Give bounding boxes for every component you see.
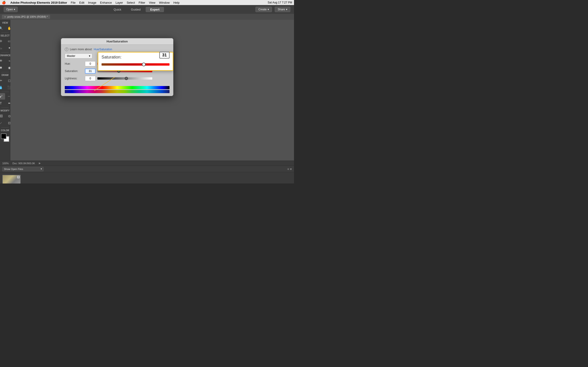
channel-value: Master [67, 54, 75, 58]
color-swatches [1, 133, 9, 142]
smart-brush-tool[interactable]: 🖌 [0, 93, 5, 100]
color-bar-result [65, 90, 170, 93]
sat-tooltip-value[interactable]: 31 [159, 52, 170, 58]
text-tool[interactable]: T [0, 100, 5, 106]
menu-layer[interactable]: Layer [115, 1, 123, 4]
photo-bin-list-view[interactable]: ≡ [287, 167, 289, 171]
lightness-slider-thumb[interactable] [125, 77, 128, 80]
menu-edit[interactable]: Edit [79, 1, 84, 4]
create-label: Create [258, 8, 267, 11]
divider-1 [1, 33, 9, 33]
draw-section-label: DRAW [1, 73, 10, 77]
sat-tooltip-track[interactable] [102, 63, 170, 66]
open-label: Open [6, 8, 13, 11]
status-arrow[interactable]: ▶ [39, 162, 41, 165]
mode-tab-quick[interactable]: Quick [109, 7, 126, 12]
straighten-tool[interactable]: ⟋ [0, 120, 5, 126]
tab-close-icon[interactable]: ✕ [4, 16, 6, 18]
enhance-section-label: ENHANCE [0, 54, 12, 57]
help-link[interactable]: Hue/Saturation [94, 48, 112, 51]
dialog-overlay: Hue/Saturation OK ? Learn more about: Hu… [10, 20, 294, 161]
saturation-value[interactable]: 31 [85, 69, 95, 74]
menu-file[interactable]: File [71, 1, 76, 4]
help-text: Learn more about: [70, 48, 92, 51]
sat-tooltip-thumb[interactable] [142, 63, 146, 66]
share-button[interactable]: Share ▾ [275, 7, 290, 12]
show-open-files-label: Show Open Files [4, 168, 23, 170]
menu-filter[interactable]: Filter [139, 1, 145, 4]
color-section-label: COLOR [0, 129, 10, 132]
doc-info: Doc: 900.0K/900.0K [12, 162, 35, 165]
hue-label: Hue: [65, 62, 83, 65]
share-label: Share [278, 8, 285, 11]
main-layout: VIEW 🔍 ✋ SELECT ✛ ▭ ⌓ ✦ ENHANCE 👁 ⌁ ✱ ◉ … [0, 20, 294, 161]
saturation-label: Saturation: [65, 69, 83, 73]
menu-bar: 🍎 Adobe Photoshop Elements 2019 Editor F… [0, 0, 294, 5]
crop-tool[interactable]: ⌧ [0, 113, 5, 119]
lasso-tool[interactable]: ⌓ [0, 45, 5, 51]
help-icon[interactable]: ? [65, 48, 69, 51]
menu-help[interactable]: Help [173, 1, 180, 4]
menu-view[interactable]: View [149, 1, 155, 4]
tab-bar: ✕ pretty snow.JPG @ 100% (RGB/8) * [0, 14, 294, 20]
color-bar-source [65, 86, 170, 89]
brush-tool[interactable]: ✏ [0, 77, 5, 84]
photo-bin-right-controls: ≡ ▾ [287, 167, 292, 171]
eye-tool[interactable]: 👁 [0, 58, 5, 64]
lightness-slider-track[interactable] [97, 77, 152, 80]
photo-bin-toolbar: Show Open Files ▾ ≡ ▾ [0, 166, 294, 172]
share-arrow: ▾ [286, 8, 287, 11]
show-open-files-arrow: ▾ [41, 167, 42, 170]
photo-bin-grid-view[interactable]: ▾ [290, 167, 292, 171]
lightness-slider-row: Lightness: 0 [65, 76, 152, 81]
clone-tool[interactable]: ✱ [0, 65, 5, 71]
lightness-value[interactable]: 0 [85, 76, 95, 81]
divider-2 [1, 52, 9, 52]
fill-tool[interactable]: 💧 [0, 84, 5, 91]
left-toolbar: VIEW 🔍 ✋ SELECT ✛ ▭ ⌓ ✦ ENHANCE 👁 ⌁ ✱ ◉ … [0, 20, 10, 161]
canvas-area: Hue/Saturation OK ? Learn more about: Hu… [10, 20, 294, 161]
dialog-title[interactable]: Hue/Saturation [61, 38, 173, 45]
tab-label-0: pretty snow.JPG @ 100% (RGB/8) * [7, 15, 48, 18]
lightness-slider-container [97, 76, 152, 81]
divider-5 [1, 108, 9, 108]
modify-section-label: MODIFY [0, 109, 10, 112]
help-row: ? Learn more about: Hue/Saturation [65, 48, 170, 51]
hue-value[interactable]: 0 [85, 61, 95, 66]
move-tool[interactable]: ✛ [0, 38, 5, 44]
menu-image[interactable]: Image [88, 1, 96, 4]
right-toolbar-buttons: Create ▾ Share ▾ [255, 7, 290, 12]
channel-select[interactable]: Master ▾ [65, 53, 92, 58]
open-dropdown-arrow[interactable]: ▾ [14, 8, 15, 11]
divider-6 [1, 127, 9, 127]
mode-tabs: Quick Guided Expert [109, 7, 164, 12]
photo-bin-area: Show Open Files ▾ ≡ ▾ ⊞ [0, 166, 294, 184]
menu-enhance[interactable]: Enhance [100, 1, 112, 4]
open-button[interactable]: Open ▾ [4, 7, 18, 12]
menu-window[interactable]: Window [159, 1, 170, 4]
color-bars [65, 86, 170, 93]
sat-tooltip-slider [102, 63, 170, 68]
photo-thumbnail-0[interactable]: ⊞ [2, 175, 21, 184]
tab-item-0[interactable]: ✕ pretty snow.JPG @ 100% (RGB/8) * [2, 15, 50, 19]
channel-arrow: ▾ [89, 54, 90, 58]
divider-3 [1, 72, 9, 72]
mode-tab-expert[interactable]: Expert [146, 7, 164, 12]
photo-bin-content: ⊞ [0, 172, 294, 184]
foreground-color-swatch[interactable] [1, 133, 6, 139]
status-bar: 100% Doc: 900.0K/900.0K ▶ [0, 161, 294, 166]
view-section-label: VIEW [1, 21, 9, 25]
mode-tab-guided[interactable]: Guided [126, 7, 145, 12]
apple-menu[interactable]: 🍎 [2, 1, 6, 4]
show-open-files-select[interactable]: Show Open Files ▾ [2, 167, 44, 171]
divider-4 [1, 92, 9, 92]
datetime: Sat Aug 17 7:27 PM [268, 1, 292, 4]
zoom-tool[interactable]: 🔍 [0, 25, 5, 31]
select-section-label: SELECT [0, 34, 10, 37]
app-name: Adobe Photoshop Elements 2019 Editor [10, 1, 67, 4]
create-button[interactable]: Create ▾ [255, 7, 272, 12]
lightness-label: Lightness: [65, 77, 83, 80]
zoom-level: 100% [2, 162, 9, 165]
saturation-tooltip: Saturation: 31 [98, 52, 173, 71]
menu-select[interactable]: Select [127, 1, 135, 4]
